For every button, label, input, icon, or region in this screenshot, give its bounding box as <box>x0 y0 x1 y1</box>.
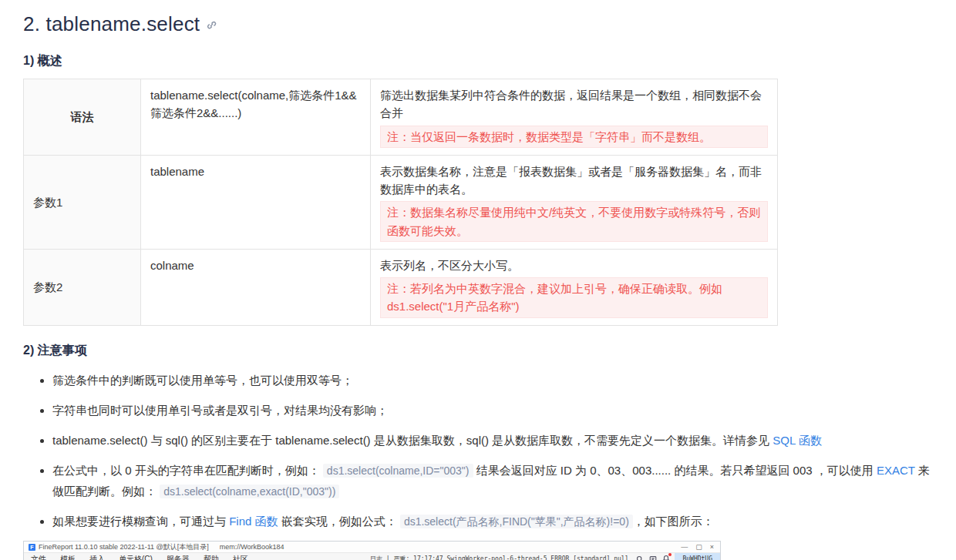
row-desc-cell: 筛选出数据集某列中符合条件的数据，返回结果是一个数组，相同数据不会合并 注：当仅… <box>371 79 778 156</box>
note-text: 字符串也同时可以使用单引号或者是双引号，对结果均没有影响； <box>52 404 388 417</box>
syntax-table: 语法 tablename.select(colname,筛选条件1&&筛选条件2… <box>23 79 778 326</box>
note-text: 筛选条件中的判断既可以使用单等号，也可以使用双等号； <box>52 374 353 387</box>
note-text: 如果想要进行模糊查询，可通过与 <box>52 515 229 528</box>
row-value: tablename.select(colname,筛选条件1&&筛选条件2&&.… <box>141 79 371 156</box>
finereport-logo-icon: F <box>29 544 35 551</box>
fr-window-controls: — ▢ × <box>681 543 717 551</box>
menu-community[interactable]: 社区 <box>226 554 255 560</box>
note-text: tablename.select() 与 sql() 的区别主要在于 table… <box>52 434 773 447</box>
find-function-link[interactable]: Find 函数 <box>229 515 278 528</box>
menu-cell[interactable]: 单元格(C) <box>112 554 160 560</box>
code-snippet: ds1.select(colname,ID="003") <box>323 464 473 478</box>
row-desc: 表示数据集名称，注意是「报表数据集」或者是「服务器数据集」名，而非数据库中的表名… <box>380 163 768 199</box>
menu-file[interactable]: 文件 <box>24 554 53 560</box>
finereport-screenshot: F FineReport 11.0.10 stable 2022-11-11 @… <box>23 541 721 560</box>
note-text: 在公式中，以 0 开头的字符串在匹配判断时，例如： <box>52 464 323 477</box>
row-label: 语法 <box>24 79 141 156</box>
fr-menu-icons <box>636 555 670 560</box>
row-desc-cell: 表示列名，不区分大小写。 注：若列名为中英数字混合，建议加上引号，确保正确读取。… <box>371 249 778 325</box>
fr-window-subtitle: mem://WorkBook184 <box>220 543 284 551</box>
maximize-button[interactable]: ▢ <box>695 543 702 551</box>
row-desc: 表示列名，不区分大小写。 <box>380 257 768 274</box>
fr-log-text: 日志 | 严重: 17:17:47 SwingWorker-pool-6-thr… <box>370 555 628 560</box>
search-icon[interactable] <box>636 555 644 560</box>
doc-page: 2. tablename.select 1) 概述 语法 tablename.s… <box>0 0 956 560</box>
row-note: 注：当仅返回一条数据时，数据类型是「字符串」而不是数组。 <box>380 126 768 148</box>
sql-function-link[interactable]: SQL 函数 <box>773 434 822 447</box>
row-note: 注：数据集名称尽量使用纯中文/纯英文，不要使用数字或特殊符号，否则函数可能失效。 <box>380 201 768 242</box>
menu-server[interactable]: 服务器 <box>160 554 197 560</box>
account-badge[interactable]: BuWHDtUG <box>675 553 720 560</box>
note-text: 嵌套实现，例如公式： <box>278 515 400 528</box>
list-item: tablename.select() 与 sql() 的区别主要在于 table… <box>52 430 933 451</box>
close-button[interactable]: × <box>710 543 714 551</box>
code-snippet: ds1.select(colname,exact(ID,"003")) <box>160 485 339 498</box>
row-note: 注：若列名为中英数字混合，建议加上引号，确保正确读取。例如ds1.select(… <box>380 277 768 318</box>
row-label: 参数1 <box>24 155 141 249</box>
row-label: 参数2 <box>24 249 141 325</box>
page-title: 2. tablename.select <box>23 12 933 36</box>
fr-window-title: FineReport 11.0.10 stable 2022-11-11 @默认… <box>39 542 209 552</box>
section-overview-heading: 1) 概述 <box>23 53 933 69</box>
fr-titlebar: F FineReport 11.0.10 stable 2022-11-11 @… <box>24 542 720 553</box>
list-item: 在公式中，以 0 开头的字符串在匹配判断时，例如： ds1.select(col… <box>52 460 933 501</box>
table-row: 参数1 tablename 表示数据集名称，注意是「报表数据集」或者是「服务器数… <box>24 155 778 249</box>
note-text: 结果会返回对应 ID 为 0、03、003...... 的结果。若只希望返回 0… <box>473 464 877 477</box>
menu-help[interactable]: 帮助 <box>197 554 226 560</box>
minimize-button[interactable]: — <box>681 543 688 551</box>
row-value: colname <box>141 249 371 325</box>
list-item: 筛选条件中的判断既可以使用单等号，也可以使用双等号； <box>52 370 933 391</box>
table-row: 语法 tablename.select(colname,筛选条件1&&筛选条件2… <box>24 79 778 156</box>
notification-dot <box>668 553 672 556</box>
table-row: 参数2 colname 表示列名，不区分大小写。 注：若列名为中英数字混合，建议… <box>24 249 778 325</box>
row-desc: 筛选出数据集某列中符合条件的数据，返回结果是一个数组，相同数据不会合并 <box>380 86 768 122</box>
menu-template[interactable]: 模板 <box>53 554 82 560</box>
list-item: 如果想要进行模糊查询，可通过与 Find 函数 嵌套实现，例如公式： ds1.s… <box>52 511 933 531</box>
exact-function-link[interactable]: EXACT <box>877 464 915 477</box>
section-notes-heading: 2) 注意事项 <box>23 343 933 359</box>
menu-insert[interactable]: 插入 <box>82 554 112 560</box>
notification-bell-icon[interactable] <box>662 555 670 560</box>
note-text: ，如下图所示： <box>633 515 714 528</box>
page-title-text: 2. tablename.select <box>23 12 200 36</box>
feedback-icon[interactable] <box>649 555 657 560</box>
row-value: tablename <box>141 155 371 249</box>
list-item: 字符串也同时可以使用单引号或者是双引号，对结果均没有影响； <box>52 400 933 421</box>
code-snippet: ds1.select(产品名称,FIND("苹果",产品名称)!=0) <box>400 515 633 528</box>
fr-menubar: 文件 模板 插入 单元格(C) 服务器 帮助 社区 日志 | 严重: 17:17… <box>24 553 720 560</box>
row-desc-cell: 表示数据集名称，注意是「报表数据集」或者是「服务器数据集」名，而非数据库中的表名… <box>371 155 778 249</box>
notes-list: 筛选条件中的判断既可以使用单等号，也可以使用双等号； 字符串也同时可以使用单引号… <box>52 370 933 532</box>
anchor-link-icon[interactable] <box>206 12 217 36</box>
